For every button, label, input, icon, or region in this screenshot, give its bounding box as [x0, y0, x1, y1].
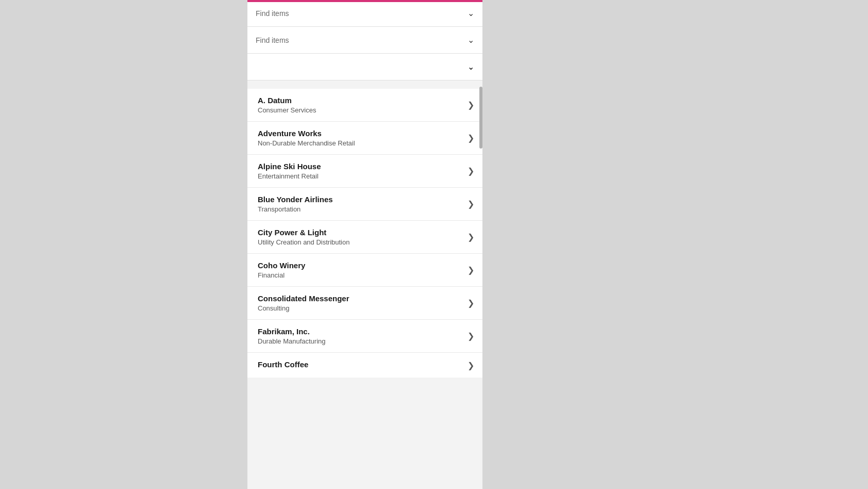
item-text-fabrikam: Fabrikam, Inc. Durable Manufacturing: [258, 327, 463, 345]
filter-row-3[interactable]: ⌄: [247, 54, 482, 80]
list-item-fourth-coffee[interactable]: Fourth Coffee ❯: [247, 353, 482, 378]
item-text-a-datum: A. Datum Consumer Services: [258, 96, 463, 114]
chevron-down-icon-1: ⌄: [468, 8, 474, 18]
item-name-consolidated-messenger: Consolidated Messenger: [258, 294, 463, 303]
item-text-consolidated-messenger: Consolidated Messenger Consulting: [258, 294, 463, 312]
list-item-fabrikam[interactable]: Fabrikam, Inc. Durable Manufacturing ❯: [247, 320, 482, 353]
item-name-adventure-works: Adventure Works: [258, 129, 463, 138]
item-sub-city-power: Utility Creation and Distribution: [258, 238, 463, 246]
list-item-blue-yonder[interactable]: Blue Yonder Airlines Transportation ❯: [247, 188, 482, 221]
chevron-down-icon-2: ⌄: [468, 35, 474, 45]
item-sub-blue-yonder: Transportation: [258, 205, 463, 213]
chevron-right-icon-coho-winery: ❯: [468, 265, 474, 275]
chevron-right-icon-alpine-ski-house: ❯: [468, 166, 474, 176]
chevron-right-icon-blue-yonder: ❯: [468, 199, 474, 209]
chevron-right-icon-consolidated-messenger: ❯: [468, 298, 474, 308]
filter-row-2[interactable]: Find items ⌄: [247, 27, 482, 54]
list-item-coho-winery[interactable]: Coho Winery Financial ❯: [247, 254, 482, 287]
item-name-fourth-coffee: Fourth Coffee: [258, 360, 463, 369]
top-accent-bar: [247, 0, 482, 2]
chevron-right-icon-city-power: ❯: [468, 232, 474, 242]
chevron-right-icon-a-datum: ❯: [468, 100, 474, 110]
spacer: [247, 80, 482, 89]
filter-label-2: Find items: [256, 36, 289, 44]
item-text-coho-winery: Coho Winery Financial: [258, 261, 463, 279]
item-name-alpine-ski-house: Alpine Ski House: [258, 162, 463, 171]
filter-label-1: Find items: [256, 9, 289, 18]
item-sub-adventure-works: Non-Durable Merchandise Retail: [258, 139, 463, 147]
item-name-a-datum: A. Datum: [258, 96, 463, 105]
item-text-blue-yonder: Blue Yonder Airlines Transportation: [258, 195, 463, 213]
chevron-right-icon-fabrikam: ❯: [468, 331, 474, 341]
chevron-right-icon-adventure-works: ❯: [468, 133, 474, 143]
list-item-consolidated-messenger[interactable]: Consolidated Messenger Consulting ❯: [247, 287, 482, 320]
item-sub-alpine-ski-house: Entertainment Retail: [258, 172, 463, 180]
items-list: A. Datum Consumer Services ❯ Adventure W…: [247, 89, 482, 378]
main-panel: Find items ⌄ Find items ⌄ ⌄ A. Datum Con…: [247, 0, 482, 489]
item-sub-consolidated-messenger: Consulting: [258, 304, 463, 312]
list-item-adventure-works[interactable]: Adventure Works Non-Durable Merchandise …: [247, 122, 482, 155]
list-item-city-power[interactable]: City Power & Light Utility Creation and …: [247, 221, 482, 254]
item-text-adventure-works: Adventure Works Non-Durable Merchandise …: [258, 129, 463, 147]
item-name-fabrikam: Fabrikam, Inc.: [258, 327, 463, 336]
list-item-alpine-ski-house[interactable]: Alpine Ski House Entertainment Retail ❯: [247, 155, 482, 188]
chevron-right-icon-fourth-coffee: ❯: [468, 361, 474, 370]
scrollbar-thumb[interactable]: [479, 87, 482, 149]
item-sub-coho-winery: Financial: [258, 271, 463, 279]
chevron-down-icon-3: ⌄: [468, 62, 474, 72]
item-name-blue-yonder: Blue Yonder Airlines: [258, 195, 463, 204]
item-name-coho-winery: Coho Winery: [258, 261, 463, 270]
filter-row-1[interactable]: Find items ⌄: [247, 0, 482, 27]
item-text-fourth-coffee: Fourth Coffee: [258, 360, 463, 370]
item-text-city-power: City Power & Light Utility Creation and …: [258, 228, 463, 246]
list-item-a-datum[interactable]: A. Datum Consumer Services ❯: [247, 89, 482, 122]
item-sub-fabrikam: Durable Manufacturing: [258, 337, 463, 345]
item-sub-a-datum: Consumer Services: [258, 106, 463, 114]
item-name-city-power: City Power & Light: [258, 228, 463, 237]
item-text-alpine-ski-house: Alpine Ski House Entertainment Retail: [258, 162, 463, 180]
